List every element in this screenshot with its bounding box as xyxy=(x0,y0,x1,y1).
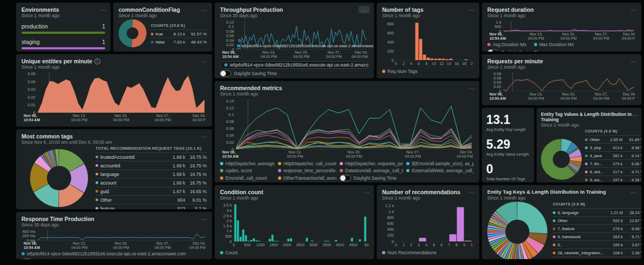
legend-item[interactable]: OtherTransaction/all, average_call_time xyxy=(278,175,336,181)
panel-environments: Environments Since 1 month ago ... produ… xyxy=(16,3,111,51)
series-color-dot xyxy=(406,162,409,165)
table-header: COUNTS (15.8 K) xyxy=(151,23,207,30)
series-color-dot xyxy=(151,41,153,43)
panel-menu-button[interactable]: ... xyxy=(202,58,208,63)
series-color-dot xyxy=(487,43,491,46)
svg-text:800: 800 xyxy=(387,21,394,26)
panel-menu-button[interactable]: ... xyxy=(469,189,475,194)
panel-number-of-tags: Number of tags Since 1 month ago ... 800… xyxy=(377,3,479,78)
panel-menu-button[interactable]: ... xyxy=(631,6,637,12)
table-row[interactable]: language1.68 k16.75 % xyxy=(96,170,207,178)
environments-bar-list[interactable]: production1staging1 xyxy=(21,23,105,49)
table-row[interactable]: 8, language1.21 M26.24 % xyxy=(553,208,641,216)
table-row[interactable]: account1.68 k16.75 % xyxy=(96,178,207,187)
unique-entities-area-chart[interactable]: 0.050.040.030.020.010Nov 06,10:54 AMNov … xyxy=(21,71,207,122)
recommended-metrics-line-chart[interactable]: 0.140.120.10.080.060.040.020Nov 06,10:54… xyxy=(220,98,474,159)
legend-item[interactable]: Req Num Tags xyxy=(382,69,418,74)
svg-text:1000: 1000 xyxy=(257,243,265,247)
svg-text:1.2 k: 1.2 k xyxy=(385,203,394,208)
table-row[interactable]: Other592 k12.87 % xyxy=(553,216,641,224)
series-color-dot xyxy=(96,156,98,158)
legend-item[interactable]: HttpDispatcher, average_call_time xyxy=(220,161,275,166)
table-row[interactable]: Other2.85 M61.89 % xyxy=(585,135,641,143)
table-row[interactable]: 9, framework263 k5.71 % xyxy=(553,232,641,240)
table-row[interactable]: 3, php413 k8.98 % xyxy=(585,143,641,151)
info-icon[interactable]: i xyxy=(94,58,100,64)
svg-text:3500: 3500 xyxy=(323,243,331,247)
legend-item[interactable]: Errors/all, call_count xyxy=(220,175,275,181)
table-row[interactable]: Other6046.01 % xyxy=(96,195,207,204)
legend-item[interactable]: Avg Duration Ms xyxy=(487,42,526,47)
legend-item[interactable]: response_time_percentile, null xyxy=(278,168,336,173)
table-row[interactable]: accountId1.68 k16.75 % xyxy=(96,161,207,170)
legend-item[interactable]: Count xyxy=(220,250,238,255)
svg-text:0.02: 0.02 xyxy=(226,140,234,145)
number-of-tags-histogram[interactable]: 80060040020000246810121416182 xyxy=(382,19,474,67)
legend-item[interactable]: Datastore/all, average_call_time xyxy=(340,168,403,173)
panel-menu-button[interactable]: ... xyxy=(469,85,475,90)
daylight-saving-toggle[interactable]: Daylight Saving Time xyxy=(340,175,403,181)
legend-item[interactable]: ie5p6of914-vpce-0dee68212b18591e6.execut… xyxy=(220,61,369,69)
legend-item[interactable]: HttpDispatcher, requests_per_minute xyxy=(340,161,403,166)
condition-count-histogram[interactable]: 3.5 k3 k2.5 k2 k1.5 k1 k5000050010001500… xyxy=(220,202,369,248)
svg-text:600: 600 xyxy=(387,221,394,226)
table-row[interactable]: 25, newrelic_integration...108 k2.36 % xyxy=(553,256,641,259)
environment-label: production xyxy=(21,23,48,30)
environment-row-staging[interactable]: staging1 xyxy=(21,39,105,49)
environment-bar xyxy=(21,32,105,34)
daylight-saving-toggle[interactable]: Daylight Saving Time xyxy=(21,259,78,259)
series-color-dot xyxy=(553,235,555,238)
svg-text:Nov 13,04:00 PM: Nov 13,04:00 PM xyxy=(261,50,277,58)
number-of-recommendations-histogram[interactable]: 1.2 k1 k800600400200001234567891 xyxy=(382,202,474,248)
environment-row-production[interactable]: production1 xyxy=(21,23,105,34)
panel-menu-button[interactable]: ... xyxy=(364,189,370,194)
panel-title: Entity Tag Keys & Length Distribution In… xyxy=(487,189,636,195)
most-common-tags-donut-chart[interactable] xyxy=(30,149,88,209)
panel-menu-button[interactable]: ... xyxy=(202,6,208,12)
table-row[interactable]: trustedAccountId1.68 k16.75 % xyxy=(96,152,207,161)
panel-menu-button[interactable]: ... xyxy=(631,189,637,194)
panel-subtitle: Since 1 month ago xyxy=(21,13,105,18)
legend-item[interactable]: Apdex, score xyxy=(220,168,275,173)
table-row[interactable]: false7.63 k48.43 % xyxy=(151,38,207,46)
legend-item[interactable]: ie5p6of914-vpce-0dee68212b18591e6.execut… xyxy=(21,251,186,256)
stat-label: Avg Entity Value Length xyxy=(486,152,530,157)
table-row[interactable]: 28, newrelic_integration...108 k2.36 % xyxy=(553,248,641,256)
svg-text:Nov 13,04:00 PM: Nov 13,04:00 PM xyxy=(71,241,87,249)
panel-menu-button[interactable]: ... xyxy=(100,6,106,12)
panel-menu-button[interactable]: ... xyxy=(202,133,208,138)
table-row[interactable]: 9, wo...197 k4.28 % xyxy=(585,175,641,182)
legend-item[interactable]: External/allWeb, average_call_time xyxy=(406,168,474,173)
panel-subtitle: Since 1 month ago xyxy=(220,91,474,97)
daylight-saving-toggle[interactable]: Daylight Saving Time xyxy=(220,70,277,77)
panel-condition-count: Condition count Since 1 month ago ... 3.… xyxy=(215,185,374,259)
request-duration-line-chart[interactable]: 1 k5000Nov 06,10:54 AMNov 13,04:00 PMNov… xyxy=(487,19,636,41)
table-row[interactable]: 6, dot...217 k4.71 % xyxy=(585,167,641,175)
entity-tag-keys-donut-chart[interactable] xyxy=(487,202,547,259)
legend-item[interactable]: $(Errors/all.sample_size), as_percentage xyxy=(406,161,474,166)
legend-item[interactable]: Max Duration Ms xyxy=(534,42,574,47)
legend-item[interactable]: HttpDispatcher, call_count xyxy=(278,161,336,166)
panel-menu-button[interactable]: ... xyxy=(469,6,475,12)
common-condition-flag-donut-chart[interactable] xyxy=(119,19,147,49)
svg-text:4: 4 xyxy=(410,62,412,65)
panel-menu-button[interactable]: ... xyxy=(202,216,208,221)
throughput-line-chart[interactable]: 0 ie5p6of914-vpce-0dee68212b18591e6.exec… xyxy=(220,19,369,59)
panel-menu-button[interactable]: ... xyxy=(358,6,370,13)
table-row[interactable]: 4, java282 k6.14 % xyxy=(585,151,641,159)
table-row[interactable]: feature5235.2 % xyxy=(96,204,207,209)
legend-item[interactable]: Num Recommendations xyxy=(382,250,436,255)
requests-per-minute-line-chart[interactable]: 0.080.060.040.020Nov 06,10:54 AMNov 13,0… xyxy=(487,71,636,101)
response-time-line-chart[interactable]: 400 ms200 ms0 msNov 06,10:54 AMNov 13,04… xyxy=(21,229,207,250)
panel-title: Number of recommendations xyxy=(382,189,474,195)
daylight-saving-toggle[interactable]: Daylight Saving Time xyxy=(487,49,544,51)
series-color-dot xyxy=(278,176,281,180)
panel-menu-button[interactable]: ... xyxy=(632,112,638,117)
table-row[interactable]: 0,169 k3.67 % xyxy=(553,240,641,248)
table-row[interactable]: true8.13 k51.57 % xyxy=(151,30,207,38)
table-row[interactable]: 7, feature279 k6.06 % xyxy=(553,224,641,232)
entity-tag-values-donut-chart[interactable] xyxy=(541,139,582,182)
table-row[interactable]: 7, thr...279 k6.06 % xyxy=(585,159,641,167)
table-row[interactable]: guid1.67 k16.65 % xyxy=(96,187,207,195)
panel-menu-button[interactable]: ... xyxy=(631,58,637,63)
